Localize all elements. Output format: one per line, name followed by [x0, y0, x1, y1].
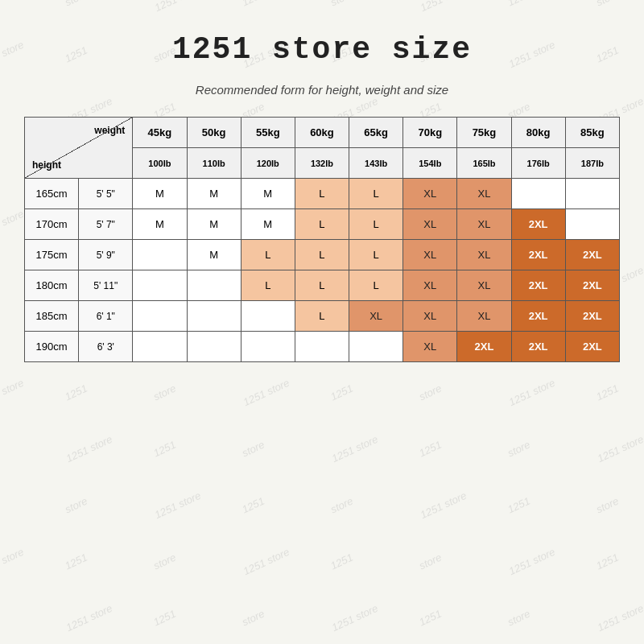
size-cell	[187, 332, 241, 362]
size-cell: M	[133, 179, 187, 209]
height-ft: 6' 1"	[79, 301, 133, 332]
size-cell	[511, 179, 565, 209]
size-cell	[187, 301, 241, 332]
size-cell: 2XL	[565, 240, 619, 270]
lb-header: 110Ib	[187, 148, 241, 179]
size-cell	[133, 301, 187, 332]
main-content: 1251 store size Recommended form for hei…	[0, 0, 644, 386]
size-cell: XL	[403, 240, 457, 270]
size-cell: 2XL	[565, 301, 619, 332]
lb-header: 165Ib	[457, 148, 511, 179]
height-cm: 190cm	[25, 332, 79, 362]
size-cell: L	[349, 240, 403, 270]
kg-header: 80kg	[511, 118, 565, 148]
corner-weight-label: weight	[94, 125, 125, 136]
lb-header: 154Ib	[403, 148, 457, 179]
height-cm: 185cm	[25, 301, 79, 332]
size-cell	[565, 179, 619, 209]
lb-header: 176Ib	[511, 148, 565, 179]
size-chart-table: weight height 45kg50kg55kg60kg65kg70kg75…	[24, 117, 620, 362]
subtitle: Recommended form for height, weight and …	[196, 83, 448, 97]
size-cell: L	[349, 179, 403, 209]
height-ft: 5' 9"	[79, 240, 133, 270]
size-cell: 2XL	[511, 332, 565, 362]
size-cell	[241, 332, 295, 362]
size-cell: L	[295, 270, 349, 301]
size-cell	[133, 240, 187, 270]
kg-header: 70kg	[403, 118, 457, 148]
size-cell	[241, 301, 295, 332]
size-cell: M	[187, 179, 241, 209]
size-cell	[187, 270, 241, 301]
size-cell: 2XL	[511, 209, 565, 240]
size-cell: L	[295, 179, 349, 209]
size-cell: 2XL	[511, 301, 565, 332]
lb-header: 120Ib	[241, 148, 295, 179]
size-cell: M	[241, 209, 295, 240]
size-cell: M	[241, 179, 295, 209]
size-cell: XL	[403, 209, 457, 240]
height-ft: 5' 7"	[79, 209, 133, 240]
height-cm: 175cm	[25, 240, 79, 270]
kg-header: 50kg	[187, 118, 241, 148]
size-cell	[133, 270, 187, 301]
kg-header: 55kg	[241, 118, 295, 148]
size-cell: XL	[457, 179, 511, 209]
lb-header: 132Ib	[295, 148, 349, 179]
kg-header: 85kg	[565, 118, 619, 148]
size-cell: L	[295, 209, 349, 240]
lb-header: 187Ib	[565, 148, 619, 179]
size-cell	[565, 209, 619, 240]
size-cell	[133, 332, 187, 362]
size-cell: XL	[403, 301, 457, 332]
lb-header: 143Ib	[349, 148, 403, 179]
size-cell: L	[295, 240, 349, 270]
size-cell: M	[187, 240, 241, 270]
size-cell: XL	[457, 209, 511, 240]
size-cell: L	[349, 270, 403, 301]
corner-height-label: height	[32, 159, 61, 171]
size-cell: 2XL	[511, 240, 565, 270]
size-cell: XL	[403, 332, 457, 362]
size-cell: 2XL	[565, 332, 619, 362]
height-cm: 170cm	[25, 209, 79, 240]
size-cell: XL	[403, 270, 457, 301]
size-cell: 2XL	[565, 270, 619, 301]
size-cell: XL	[457, 240, 511, 270]
height-ft: 5' 11"	[79, 270, 133, 301]
size-cell: L	[295, 301, 349, 332]
kg-header: 65kg	[349, 118, 403, 148]
size-cell: L	[241, 240, 295, 270]
size-cell: XL	[349, 301, 403, 332]
kg-header: 60kg	[295, 118, 349, 148]
size-cell	[349, 332, 403, 362]
height-ft: 6' 3'	[79, 332, 133, 362]
size-cell: M	[187, 209, 241, 240]
size-cell: L	[349, 209, 403, 240]
size-cell: 2XL	[511, 270, 565, 301]
kg-header: 75kg	[457, 118, 511, 148]
kg-header: 45kg	[133, 118, 187, 148]
page-title: 1251 store size	[172, 32, 472, 67]
size-cell: L	[241, 270, 295, 301]
size-cell: M	[133, 209, 187, 240]
size-cell: XL	[403, 179, 457, 209]
height-ft: 5' 5"	[79, 179, 133, 209]
lb-header: 100Ib	[133, 148, 187, 179]
height-cm: 180cm	[25, 270, 79, 301]
size-cell: XL	[457, 301, 511, 332]
size-cell: XL	[457, 270, 511, 301]
size-cell	[295, 332, 349, 362]
size-cell: 2XL	[457, 332, 511, 362]
height-cm: 165cm	[25, 179, 79, 209]
